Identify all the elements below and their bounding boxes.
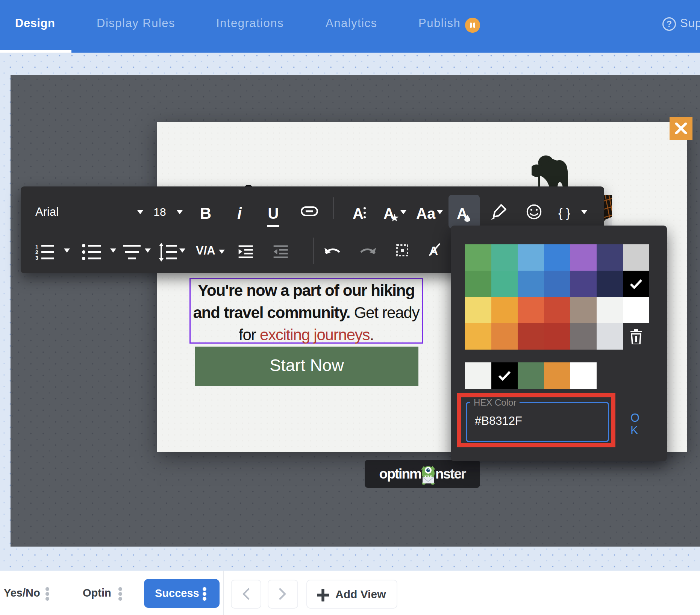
svg-text:3: 3 — [35, 255, 38, 261]
svg-text:1: 1 — [35, 244, 38, 250]
svg-text:2: 2 — [35, 249, 38, 255]
